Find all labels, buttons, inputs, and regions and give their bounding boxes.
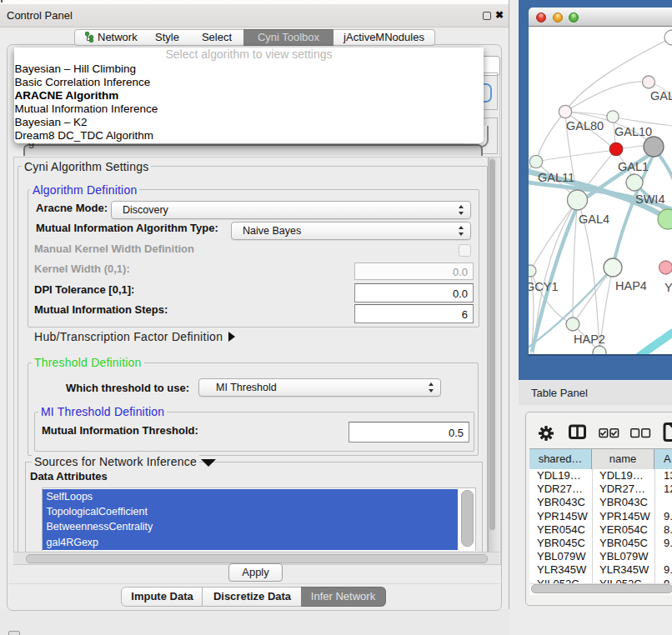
svg-text:HAP2: HAP2 bbox=[574, 332, 605, 346]
svg-text:SWI4: SWI4 bbox=[635, 192, 664, 206]
svg-text:GAL4: GAL4 bbox=[579, 212, 609, 226]
svg-text:GAL1: GAL1 bbox=[618, 160, 649, 173]
svg-text:GCY1: GCY1 bbox=[529, 280, 559, 293]
svg-text:HAP4: HAP4 bbox=[615, 279, 647, 292]
svg-text:GAL11: GAL11 bbox=[538, 171, 574, 184]
svg-text:GAL10: GAL10 bbox=[614, 125, 652, 138]
svg-text:GAL80: GAL80 bbox=[566, 119, 604, 132]
svg-text:Y: Y bbox=[664, 281, 672, 294]
svg-text:GAL2: GAL2 bbox=[650, 89, 672, 102]
